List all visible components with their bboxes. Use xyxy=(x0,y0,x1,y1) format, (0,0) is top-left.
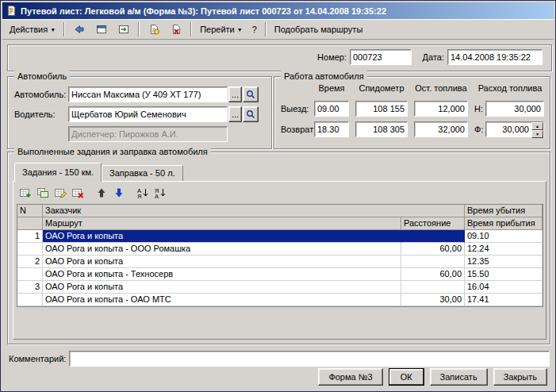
driver-open-button[interactable] xyxy=(243,106,259,122)
tab-tasks[interactable]: Задания - 150 км. xyxy=(14,163,102,182)
cell-route[interactable]: ОАО Рога и копыта - ОАО МТС xyxy=(43,294,401,306)
car-open-button[interactable] xyxy=(243,86,259,102)
cell-distance[interactable]: 60,00 xyxy=(401,243,465,256)
car-choose-button[interactable]: ... xyxy=(228,86,242,102)
table-row: ОАО Рога и копыта - Техносерв 60,00 15.5… xyxy=(17,268,543,281)
number-input[interactable] xyxy=(350,49,412,65)
svg-text:А: А xyxy=(155,193,159,199)
pick-routes-button[interactable]: Подобрать маршруты xyxy=(270,21,368,38)
spin-up-icon[interactable]: ▲ xyxy=(531,122,543,130)
date-input[interactable] xyxy=(447,49,543,65)
depart-odometer-input[interactable] xyxy=(355,101,408,117)
toolbar-separator xyxy=(63,22,65,37)
col-header-departure[interactable]: Время убытия xyxy=(465,205,543,217)
cell-time[interactable]: 17.41 xyxy=(465,294,543,306)
cell-distance[interactable]: 60,00 xyxy=(401,268,465,281)
delete-row-button[interactable] xyxy=(69,184,86,201)
sort-asc-button[interactable]: А Я xyxy=(134,184,151,201)
cell-customer[interactable]: ОАО Рога и копыта xyxy=(43,256,401,268)
structure-icon xyxy=(117,23,130,36)
tasks-group-title: Выполненные задания и заправка автомобил… xyxy=(14,146,211,157)
ok-button[interactable]: ОК xyxy=(389,368,424,386)
driver-label: Водитель: xyxy=(14,110,56,119)
cell-n[interactable] xyxy=(17,294,43,306)
ellipsis-icon: ... xyxy=(232,90,239,99)
move-up-button[interactable] xyxy=(93,184,109,201)
actions-menu-button[interactable]: Действия ▼ xyxy=(5,21,60,38)
cell-n[interactable]: 3 xyxy=(17,281,43,294)
cell-distance[interactable] xyxy=(401,256,465,268)
close-button[interactable]: Закрыть xyxy=(493,368,547,386)
save-button[interactable]: Записать xyxy=(430,368,488,386)
cell-n[interactable]: 1 xyxy=(17,230,43,243)
toolbar-separator xyxy=(138,22,140,37)
comment-input[interactable] xyxy=(69,351,550,367)
cell-time[interactable]: 16.04 xyxy=(465,281,543,294)
cell-route[interactable]: ОАО Рога и копыта - Техносерв xyxy=(43,268,401,281)
tab-refuel[interactable]: Заправка - 50 л. xyxy=(102,165,183,181)
cell-customer[interactable]: ОАО Рога и копыта xyxy=(43,281,401,294)
svg-text:Я: Я xyxy=(137,193,141,199)
mark-delete-icon xyxy=(170,23,182,36)
depart-time-input[interactable] xyxy=(314,101,349,117)
fact-fuel-field: ▲ ▼ xyxy=(485,121,544,137)
col-header-distance[interactable]: Расстояние xyxy=(401,217,465,230)
add-row-button[interactable] xyxy=(17,184,33,201)
cell-time[interactable]: 12.35 xyxy=(465,256,543,268)
back-button[interactable] xyxy=(68,21,90,38)
table-row: 1 ОАО Рога и копыта 09.10 xyxy=(17,230,543,243)
col-header-n[interactable]: N xyxy=(17,205,43,217)
magnifier-icon xyxy=(246,110,255,119)
cell-time[interactable]: 12.24 xyxy=(465,243,543,256)
toolbar-gap xyxy=(128,184,133,201)
sort-desc-button[interactable]: Я А xyxy=(151,184,168,201)
cell-distance[interactable]: 30,00 xyxy=(401,294,465,306)
car-group-title: Автомобиль xyxy=(14,71,70,82)
cell-n[interactable] xyxy=(17,243,43,256)
goto-menu-button[interactable]: Перейти ▼ xyxy=(195,21,247,38)
description-button[interactable] xyxy=(143,21,165,38)
move-down-button[interactable] xyxy=(110,184,127,201)
structure-button[interactable] xyxy=(113,21,135,38)
cell-time[interactable]: 09.10 xyxy=(465,230,543,243)
return-odometer-input[interactable] xyxy=(355,121,408,137)
add-row-icon xyxy=(19,186,32,199)
cell-time[interactable]: 15.50 xyxy=(465,268,543,281)
help-button[interactable]: ? xyxy=(247,21,262,38)
actions-menu-label: Действия xyxy=(10,25,48,34)
cell-n[interactable] xyxy=(17,268,43,281)
cell-customer[interactable]: ОАО Рога и копыта xyxy=(43,230,401,243)
date-label: Дата: xyxy=(417,52,444,62)
edit-row-button[interactable] xyxy=(52,184,68,201)
cell-route[interactable]: ОАО Рога и копыта - ООО Ромашка xyxy=(43,243,401,256)
cell-n[interactable]: 2 xyxy=(17,256,43,268)
norm-fuel-input[interactable] xyxy=(485,101,544,117)
window-title: Путевой лист: Легковой а/м (Форма №3): П… xyxy=(21,6,386,16)
spin-down-icon[interactable]: ▼ xyxy=(531,130,543,138)
tasks-groupbox: Выполненные задания и заправка автомобил… xyxy=(7,152,550,344)
copy-row-button[interactable] xyxy=(34,184,51,201)
pick-routes-label: Подобрать маршруты xyxy=(274,25,363,34)
col-header-arrival[interactable]: Время прибытия xyxy=(465,217,543,230)
return-time-input[interactable] xyxy=(314,121,349,137)
cell-distance[interactable] xyxy=(401,230,465,243)
cell-distance[interactable] xyxy=(401,281,465,294)
driver-choose-button[interactable]: ... xyxy=(228,106,242,122)
form-n3-button[interactable]: Форма №3 xyxy=(318,368,382,386)
move-down-icon xyxy=(113,186,125,199)
driver-input[interactable] xyxy=(68,106,228,122)
return-fuel-input[interactable] xyxy=(414,121,468,137)
open-form-button[interactable] xyxy=(90,21,113,38)
col-header-customer[interactable]: Заказчик xyxy=(43,205,465,217)
chevron-down-icon: ▼ xyxy=(237,27,243,33)
tasks-table: N Заказчик Время убытия Маршрут Расстоян… xyxy=(17,204,543,307)
mark-delete-button[interactable] xyxy=(165,21,187,38)
depart-fuel-input[interactable] xyxy=(414,101,468,117)
tasks-tab-panel: А Я Я А xyxy=(13,181,546,340)
work-groupbox: Работа автомобиля Время Спидометр Ост. т… xyxy=(274,76,550,149)
fact-fuel-spinner[interactable]: ▲ ▼ xyxy=(531,122,543,136)
car-input[interactable] xyxy=(68,86,228,102)
titlebar[interactable]: Путевой лист: Легковой а/м (Форма №3): П… xyxy=(2,2,554,19)
col-header-route[interactable]: Маршрут xyxy=(43,217,401,230)
window: Путевой лист: Легковой а/м (Форма №3): П… xyxy=(0,0,556,392)
